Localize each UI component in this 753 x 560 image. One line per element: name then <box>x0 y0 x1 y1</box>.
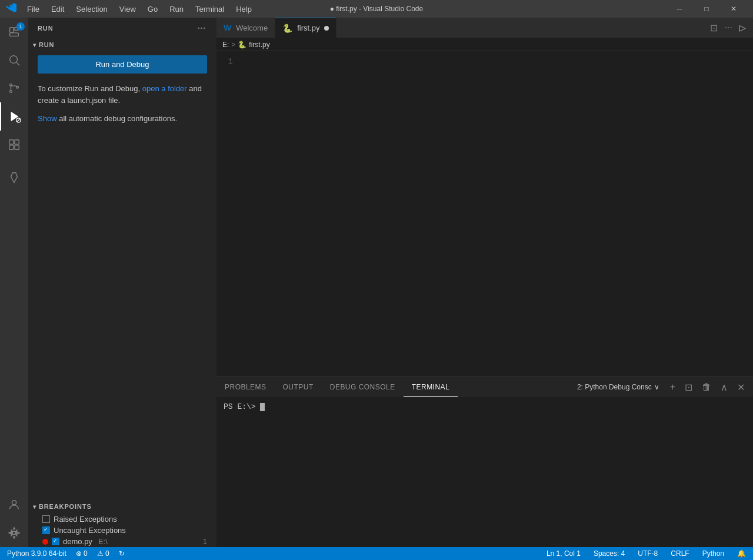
activity-run[interactable] <box>0 102 28 131</box>
status-line-ending[interactable]: CRLF <box>668 549 691 558</box>
panel-tab-terminal[interactable]: TERMINAL <box>404 377 458 397</box>
show-after2: all automatic debug configurations. <box>59 114 177 123</box>
menu-bar: File Edit Selection View Go Run Terminal… <box>22 4 256 15</box>
menu-edit[interactable]: Edit <box>46 4 69 15</box>
new-terminal-button[interactable]: + <box>667 379 679 395</box>
kill-terminal-button[interactable]: 🗑 <box>698 379 715 395</box>
minimize-button[interactable]: ─ <box>666 0 693 18</box>
run-and-debug-button[interactable]: Run and Debug <box>38 55 207 74</box>
sidebar-more-button[interactable]: ··· <box>196 22 207 34</box>
maximize-button[interactable]: □ <box>693 0 720 18</box>
demo-py-path: E:\ <box>98 537 108 546</box>
svg-rect-12 <box>15 140 19 144</box>
tab-welcome[interactable]: W Welcome <box>216 18 275 38</box>
activity-settings[interactable] <box>0 519 28 547</box>
close-button[interactable]: ✕ <box>720 0 747 18</box>
panel-tab-problems[interactable]: PROBLEMS <box>216 377 275 397</box>
run-section-header[interactable]: ▾ RUN <box>28 41 216 51</box>
explorer-badge: 1 <box>16 22 25 31</box>
raised-exceptions-checkbox[interactable] <box>42 515 50 523</box>
panel-tab-output[interactable]: OUTPUT <box>275 377 322 397</box>
terminal-dropdown[interactable]: 2: Python Debug Consc ∨ <box>572 382 664 392</box>
activity-explorer[interactable]: 1 <box>0 18 28 46</box>
welcome-tab-label: Welcome <box>236 24 268 32</box>
breakpoints-header[interactable]: ▾ BREAKPOINTS <box>28 499 216 514</box>
window-title: ● first.py - Visual Studio Code <box>330 5 423 13</box>
svg-point-3 <box>10 56 18 64</box>
breadcrumb-drive: E: <box>222 41 229 49</box>
status-spaces[interactable]: Spaces: 4 <box>591 549 627 558</box>
customize-before: To customize Run and Debug, <box>38 84 140 93</box>
split-editor-button[interactable]: ⊡ <box>708 20 720 36</box>
uncaught-exceptions-checkbox[interactable] <box>42 526 50 534</box>
breakpoint-demo[interactable]: demo.py E:\ 1 <box>28 536 216 547</box>
maximize-panel-button[interactable]: ∧ <box>717 379 731 395</box>
open-folder-link[interactable]: open a folder <box>142 84 187 93</box>
status-right: Ln 1, Col 1 Spaces: 4 UTF-8 CRLF Python … <box>544 549 748 558</box>
status-language[interactable]: Python <box>700 549 727 558</box>
breadcrumb-file-icon: 🐍 <box>238 41 246 49</box>
menu-terminal[interactable]: Terminal <box>191 4 229 15</box>
status-errors[interactable]: ⊗ 0 <box>74 549 90 558</box>
tab-first-py[interactable]: 🐍 first.py <box>275 18 336 38</box>
main-area: 1 RUN ··· <box>0 18 753 547</box>
svg-rect-14 <box>15 145 19 149</box>
vscode-logo-icon <box>6 2 16 16</box>
title-bar: File Edit Selection View Go Run Terminal… <box>0 0 753 18</box>
show-text: Show all automatic debug configurations. <box>28 111 216 129</box>
breakpoint-dot-icon <box>42 539 48 545</box>
sync-icon: ↻ <box>119 549 125 558</box>
window-controls: ─ □ ✕ <box>666 0 747 18</box>
warnings-label: ⚠ 0 <box>97 549 109 558</box>
terminal-content[interactable]: PS E:\> <box>216 398 753 547</box>
panel-tab-debug-console[interactable]: DEBUG CONSOLE <box>322 377 404 397</box>
menu-run[interactable]: Run <box>165 4 188 15</box>
breadcrumb-sep1: > <box>231 41 235 49</box>
breakpoint-raised[interactable]: Raised Exceptions <box>28 514 216 525</box>
demo-py-line: 1 <box>203 537 207 546</box>
menu-go[interactable]: Go <box>143 4 162 15</box>
position-label: Ln 1, Col 1 <box>547 549 581 558</box>
terminal-label: 2: Python Debug Consc <box>577 383 652 391</box>
demo-py-checkbox[interactable] <box>52 538 59 545</box>
svg-marker-8 <box>11 112 19 122</box>
editor-content[interactable]: 1 <box>216 51 753 376</box>
status-encoding[interactable]: UTF-8 <box>635 549 660 558</box>
panel-tab-actions: 2: Python Debug Consc ∨ + ⊡ 🗑 ∧ ✕ <box>572 377 753 397</box>
editor-area: W Welcome 🐍 first.py ⊡ ··· ▷ E: > 🐍 firs… <box>216 18 753 547</box>
split-terminal-button[interactable]: ⊡ <box>681 379 696 395</box>
terminal-dropdown-icon: ∨ <box>654 383 659 391</box>
language-label: Python <box>702 549 724 558</box>
close-panel-button[interactable]: ✕ <box>734 379 748 395</box>
status-position[interactable]: Ln 1, Col 1 <box>544 549 583 558</box>
breakpoint-uncaught[interactable]: Uncaught Exceptions <box>28 525 216 536</box>
breadcrumb: E: > 🐍 first.py <box>216 38 753 51</box>
editor-text[interactable] <box>240 51 753 376</box>
svg-point-15 <box>12 501 16 505</box>
line-numbers: 1 <box>216 51 240 376</box>
status-warnings[interactable]: ⚠ 0 <box>95 549 112 558</box>
panel-area: PROBLEMS OUTPUT DEBUG CONSOLE TERMINAL 2… <box>216 376 753 547</box>
show-link[interactable]: Show <box>38 114 57 123</box>
status-notification[interactable]: 🔔 <box>735 549 748 558</box>
activity-search[interactable] <box>0 46 28 74</box>
more-actions-button[interactable]: ··· <box>722 20 735 35</box>
spaces-label: Spaces: 4 <box>594 549 625 558</box>
run-file-button[interactable]: ▷ <box>737 21 748 35</box>
menu-help[interactable]: Help <box>231 4 256 15</box>
activity-account[interactable] <box>0 491 28 519</box>
welcome-tab-icon: W <box>224 23 231 32</box>
first-py-tab-icon: 🐍 <box>282 24 292 33</box>
activity-extensions[interactable] <box>0 131 28 159</box>
activity-source-control[interactable] <box>0 74 28 102</box>
menu-file[interactable]: File <box>22 4 44 15</box>
menu-selection[interactable]: Selection <box>71 4 112 15</box>
activity-testing[interactable] <box>0 164 28 192</box>
terminal-prompt: PS E:\> <box>224 402 260 411</box>
status-sync[interactable]: ↻ <box>116 549 127 558</box>
sidebar-title: RUN <box>38 25 53 32</box>
activity-bar: 1 <box>0 18 28 547</box>
breadcrumb-file: first.py <box>249 41 269 49</box>
status-python-version[interactable]: Python 3.9.0 64-bit <box>5 549 69 558</box>
menu-view[interactable]: View <box>115 4 141 15</box>
